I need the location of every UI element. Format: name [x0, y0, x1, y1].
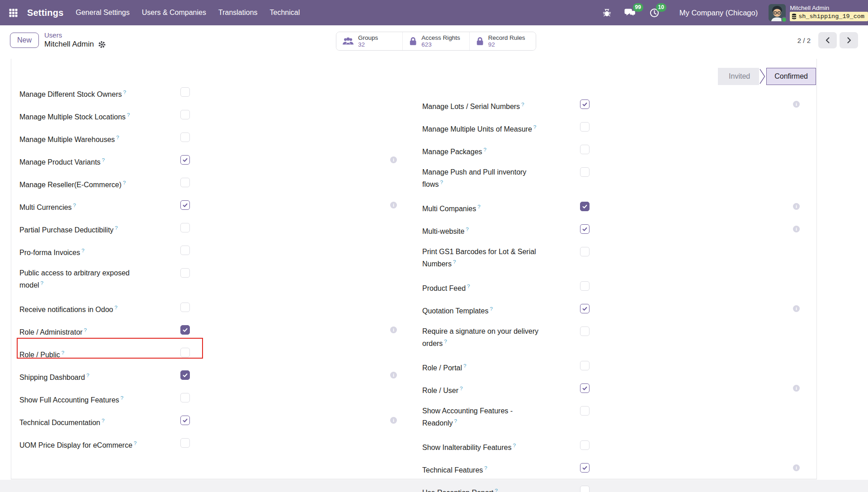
status-invited[interactable]: Invited	[718, 68, 759, 85]
checkbox-show-accounting-features-readonly[interactable]	[580, 406, 590, 416]
help-question-mark: ?	[454, 418, 457, 424]
help-question-mark: ?	[115, 225, 118, 231]
checkbox-manage-different-stock-owners[interactable]	[180, 87, 190, 97]
apps-grid-icon[interactable]	[9, 9, 18, 17]
setting-row-manage-push-and-pull-inventory-flows: Manage Push and Pull inventory flows?	[422, 167, 594, 189]
checkbox-uom-price-display-for-ecommerce[interactable]	[180, 438, 190, 448]
activities-count-badge: 10	[656, 3, 666, 12]
setting-row-partial-purchase-deductibility: Partial Purchase Deductibility?	[19, 223, 191, 235]
setting-label: Product Feed?	[422, 281, 470, 293]
setting-row-technical-features: Technical Features?i	[422, 463, 594, 475]
help-question-mark: ?	[444, 339, 447, 344]
info-icon: i	[390, 417, 397, 424]
checkbox-role-user[interactable]	[580, 383, 590, 393]
debug-bug-icon[interactable]	[602, 8, 612, 18]
action-gear-icon[interactable]	[98, 41, 106, 48]
help-question-mark: ?	[513, 443, 515, 448]
setting-label: Manage Product Variants?	[19, 155, 105, 167]
setting-row-role-administrator: Role / Administrator?i	[19, 325, 191, 337]
checkbox-shipping-dashboard[interactable]	[180, 370, 190, 380]
setting-row-manage-multiple-units-of-measure: Manage Multiple Units of Measure?	[422, 122, 594, 134]
setting-row-quotation-templates: Quotation Templates?i	[422, 304, 594, 316]
company-switcher[interactable]: My Company (Chicago)	[679, 9, 758, 17]
setting-row-show-inalterability-features: Show Inalterability Features?	[422, 440, 594, 453]
lock-icon	[409, 37, 417, 46]
checkbox-role-administrator[interactable]	[180, 325, 190, 335]
help-question-mark: ?	[121, 395, 123, 401]
stat-button-access-rights[interactable]: Access Rights623	[402, 32, 469, 50]
setting-row-show-full-accounting-features: Show Full Accounting Features?	[19, 393, 191, 405]
checkbox-manage-product-variants[interactable]	[180, 155, 190, 165]
checkbox-manage-push-and-pull-inventory-flows[interactable]	[580, 167, 590, 177]
info-icon: i	[390, 156, 397, 163]
setting-label: Multi Companies?	[422, 202, 481, 214]
checkbox-manage-lots-serial-numbers[interactable]	[580, 99, 590, 109]
checkbox-receive-notifications-in-odoo[interactable]	[180, 303, 190, 312]
setting-row-require-a-signature-on-your-delivery-orders: Require a signature on your delivery ord…	[422, 326, 594, 349]
breadcrumb: Users Mitchell Admin	[44, 31, 106, 49]
checkbox-multi-companies[interactable]	[580, 202, 590, 211]
pager-next-button[interactable]	[840, 32, 858, 48]
checkbox-technical-documentation[interactable]	[180, 416, 190, 425]
app-name[interactable]: Settings	[27, 8, 64, 18]
checkbox-public-access-to-arbitrary-exposed-model[interactable]	[180, 268, 190, 278]
checkbox-multi-currencies[interactable]	[180, 200, 190, 210]
pager-previous-button[interactable]	[818, 32, 837, 48]
checkbox-manage-multiple-units-of-measure[interactable]	[580, 122, 590, 132]
help-question-mark: ?	[81, 248, 84, 253]
stat-label: Record Rules	[488, 34, 525, 41]
checkbox-role-public[interactable]	[180, 348, 190, 357]
setting-label: Receive notifications in Odoo?	[19, 303, 118, 315]
nav-menu-technical[interactable]: Technical	[270, 9, 300, 17]
setting-row-multi-currencies: Multi Currencies?i	[19, 200, 191, 213]
setting-row-print-gs1-barcodes-for-lot-serial-numbers: Print GS1 Barcodes for Lot & Serial Numb…	[422, 247, 594, 269]
setting-label: Use Reception Report?	[422, 486, 498, 492]
checkbox-require-a-signature-on-your-delivery-orders[interactable]	[580, 326, 590, 336]
setting-label: Pro-forma Invoices?	[19, 246, 85, 258]
online-status-dot	[781, 17, 787, 23]
stat-button-groups[interactable]: Groups32	[336, 32, 402, 50]
nav-menu-users-companies[interactable]: Users & Companies	[142, 9, 206, 17]
breadcrumb-current: Mitchell Admin	[44, 39, 94, 49]
checkbox-manage-reseller-e-commerce[interactable]	[180, 178, 190, 187]
checkbox-role-portal[interactable]	[580, 361, 590, 370]
chevron-right-icon	[846, 37, 852, 44]
checkbox-print-gs1-barcodes-for-lot-serial-numbers[interactable]	[580, 247, 590, 256]
activities-clock-icon[interactable]: 10	[649, 8, 660, 18]
breadcrumb-users-link[interactable]: Users	[44, 31, 106, 39]
new-button[interactable]: New	[10, 33, 39, 48]
stat-button-record-rules[interactable]: Record Rules92	[469, 32, 536, 50]
checkbox-multi-website[interactable]	[580, 224, 590, 234]
status-confirmed[interactable]: Confirmed	[766, 68, 816, 85]
setting-row-manage-different-stock-owners: Manage Different Stock Owners?	[19, 87, 191, 99]
checkbox-product-feed[interactable]	[580, 281, 590, 291]
nav-menu-translations[interactable]: Translations	[218, 9, 258, 17]
user-avatar[interactable]	[769, 4, 786, 21]
checkbox-quotation-templates[interactable]	[580, 304, 590, 313]
setting-row-pro-forma-invoices: Pro-forma Invoices?	[19, 246, 191, 258]
checkbox-pro-forma-invoices[interactable]	[180, 246, 190, 255]
user-menu[interactable]: Mitchell Admin sh_shipping_19_com	[790, 4, 868, 21]
settings-column-right: Manage Lots / Serial Numbers?iManage Mul…	[422, 99, 594, 492]
setting-row-receive-notifications-in-odoo: Receive notifications in Odoo?	[19, 303, 191, 315]
control-panel: New Users Mitchell Admin Groups32Access …	[0, 25, 868, 55]
help-question-mark: ?	[84, 327, 87, 333]
setting-label: Role / Administrator?	[19, 325, 87, 337]
checkbox-use-reception-report[interactable]	[580, 486, 590, 492]
checkbox-manage-packages[interactable]	[580, 145, 590, 154]
checkbox-manage-multiple-warehouses[interactable]	[180, 132, 190, 142]
nav-menu-general-settings[interactable]: General Settings	[76, 9, 130, 17]
checkbox-manage-multiple-stock-locations[interactable]	[180, 110, 190, 119]
setting-row-public-access-to-arbitrary-exposed-model: Public access to arbitrary exposed model…	[19, 268, 191, 290]
checkbox-technical-features[interactable]	[580, 463, 590, 473]
help-question-mark: ?	[123, 90, 126, 95]
checkbox-show-inalterability-features[interactable]	[580, 440, 590, 450]
stat-value: 92	[488, 41, 525, 48]
database-name: sh_shipping_19_com	[798, 13, 864, 20]
setting-label: Manage Multiple Stock Locations?	[19, 110, 130, 122]
setting-label: Role / User?	[422, 383, 462, 396]
checkbox-show-full-accounting-features[interactable]	[180, 393, 190, 402]
stat-value: 32	[358, 41, 378, 48]
checkbox-partial-purchase-deductibility[interactable]	[180, 223, 190, 232]
messages-icon[interactable]: 99	[624, 8, 637, 18]
